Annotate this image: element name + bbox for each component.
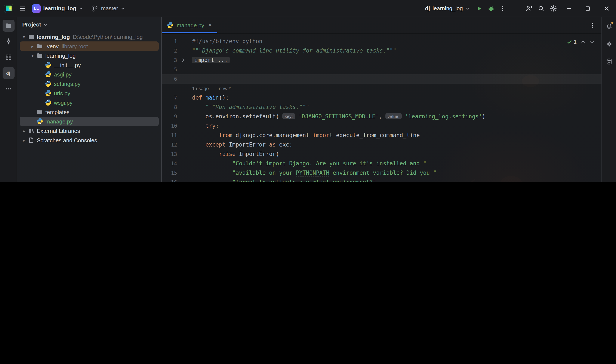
gutter xyxy=(178,37,188,46)
main-menu-button[interactable] xyxy=(17,2,29,14)
debug-button[interactable] xyxy=(485,2,497,14)
code-line[interactable]: 16 "forget to activate a virtual environ… xyxy=(162,178,602,182)
tree-item-settings-py[interactable]: settings.py xyxy=(17,79,161,89)
code-line[interactable]: 8 """Run administrative tasks.""" xyxy=(162,103,602,112)
tree-item-label: urls.py xyxy=(54,90,70,96)
tab-manage-py[interactable]: manage.py ✕ xyxy=(162,17,217,33)
line-number[interactable]: 10 xyxy=(162,121,178,131)
tree-item-urls-py[interactable]: urls.py xyxy=(17,89,161,98)
line-number[interactable]: 12 xyxy=(162,140,178,150)
more-actions-button[interactable] xyxy=(497,2,508,14)
line-number[interactable]: 7 xyxy=(162,93,178,103)
structure-toolwindow-button[interactable] xyxy=(2,51,14,63)
gutter-fold-icon[interactable] xyxy=(178,55,188,65)
tab-close-icon[interactable]: ✕ xyxy=(208,22,212,28)
code-line[interactable]: 9 os.environ.setdefault( key: 'DJANGO_SE… xyxy=(162,112,602,121)
maximize-button[interactable] xyxy=(578,0,597,17)
tree-chevron-collapsed-icon[interactable]: ▸ xyxy=(21,128,27,133)
minimize-button[interactable] xyxy=(560,0,578,17)
hamburger-icon xyxy=(19,5,26,12)
code-line[interactable]: 2"""Django's command-line utility for ad… xyxy=(162,46,602,55)
settings-button[interactable] xyxy=(547,2,560,14)
more-toolwindows-button[interactable] xyxy=(2,83,14,95)
close-button[interactable] xyxy=(597,0,616,17)
code-line[interactable]: 15 "available on your PYTHONPATH environ… xyxy=(162,168,602,178)
tree-item-asgi-py[interactable]: asgi.py xyxy=(17,70,161,79)
line-number[interactable]: 8 xyxy=(162,103,178,112)
code-with-me-button[interactable] xyxy=(523,2,535,14)
project-toolwindow-button[interactable] xyxy=(2,20,14,32)
branch-widget[interactable]: master xyxy=(88,3,128,14)
chevron-down-icon xyxy=(465,6,470,11)
line-number[interactable]: 2 xyxy=(162,46,178,55)
code-line[interactable]: 14 "Couldn't import Django. Are you sure… xyxy=(162,159,602,168)
code-line-content: "forget to activate a virtual environmen… xyxy=(188,178,602,182)
tree-item-wsgi-py[interactable]: wsgi.py xyxy=(17,98,161,107)
code-line[interactable]: 3import ... xyxy=(162,55,602,65)
tree-item-external-libraries[interactable]: ▸External Libraries xyxy=(17,126,161,135)
library-icon xyxy=(27,127,35,134)
project-badge: LL xyxy=(32,4,41,13)
branch-icon xyxy=(92,5,99,12)
code-line-content: from django.core.management import execu… xyxy=(188,131,602,140)
tree-item-label: wsgi.py xyxy=(54,99,72,106)
tree-item-scratches-and-consoles[interactable]: ▸Scratches and Consoles xyxy=(17,135,161,145)
tree-item-learning-log[interactable]: ▾learning_log xyxy=(17,51,161,60)
chevron-down-icon[interactable] xyxy=(589,39,595,44)
line-number[interactable]: 1 xyxy=(162,37,178,46)
django-structure-toolwindow-button[interactable]: dj xyxy=(2,67,14,79)
tree-item-detail: library root xyxy=(62,43,88,49)
code-line[interactable]: 10 try: xyxy=(162,121,602,131)
tree-item-venv[interactable]: ▸.venvlibrary root xyxy=(17,41,161,51)
pycharm-logo-icon xyxy=(4,4,13,13)
line-number[interactable]: 5 xyxy=(162,65,178,74)
chevron-down-icon xyxy=(43,22,47,27)
tree-item-templates[interactable]: templates xyxy=(17,107,161,117)
code-line[interactable]: 12 except ImportError as exc: xyxy=(162,140,602,150)
gutter xyxy=(178,121,188,131)
line-number[interactable]: 9 xyxy=(162,112,178,121)
kebab-icon xyxy=(500,5,506,12)
tree-item-manage-py[interactable]: manage.py xyxy=(17,117,161,126)
bug-icon xyxy=(488,5,494,12)
tree-chevron-collapsed-icon[interactable]: ▸ xyxy=(21,138,27,143)
project-widget[interactable]: LL learning_log xyxy=(29,2,87,15)
code-inlay-line[interactable]: 1 usage new * xyxy=(162,84,602,93)
right-tool-strip xyxy=(602,17,616,182)
code-line[interactable]: 13 raise ImportError( xyxy=(162,150,602,159)
inspections-widget[interactable]: 1 xyxy=(567,39,595,45)
line-number[interactable]: 3 xyxy=(162,55,178,65)
ai-assistant-button[interactable] xyxy=(603,38,615,50)
chevron-up-icon[interactable] xyxy=(580,39,586,44)
tree-chevron-expanded-icon[interactable]: ▾ xyxy=(29,53,36,58)
code-line[interactable]: 11 from django.core.management import ex… xyxy=(162,131,602,140)
code-line[interactable]: 6 xyxy=(162,74,602,84)
inspections-count: 1 xyxy=(574,39,577,45)
tree-item-learning-log[interactable]: ▾learning_logD:\code\Python\learning_log xyxy=(17,32,161,41)
project-panel-header[interactable]: Project xyxy=(17,17,161,31)
line-number[interactable]: 13 xyxy=(162,150,178,159)
notifications-button[interactable] xyxy=(603,21,615,32)
commit-toolwindow-button[interactable] xyxy=(2,36,14,47)
gear-icon xyxy=(550,5,557,12)
search-everywhere-button[interactable] xyxy=(535,2,547,14)
run-button[interactable] xyxy=(473,2,485,14)
line-number[interactable]: 11 xyxy=(162,131,178,140)
line-number[interactable]: 14 xyxy=(162,159,178,168)
line-number[interactable]: 6 xyxy=(162,74,178,84)
line-number[interactable]: 15 xyxy=(162,168,178,178)
code-editor[interactable]: 1 1#!/usr/bin/env python2"""Django's com… xyxy=(162,34,602,182)
tab-options-button[interactable] xyxy=(587,17,598,33)
code-line[interactable]: 5 xyxy=(162,65,602,74)
gutter xyxy=(178,65,188,74)
line-number[interactable]: 16 xyxy=(162,178,178,182)
left-tool-strip: dj xyxy=(0,17,17,182)
database-toolwindow-button[interactable] xyxy=(603,55,615,67)
tree-chevron-expanded-icon[interactable]: ▾ xyxy=(21,34,27,39)
code-line[interactable]: 1#!/usr/bin/env python xyxy=(162,37,602,46)
code-line[interactable]: 7def main(): xyxy=(162,93,602,103)
tree-item-init-py[interactable]: __init__.py xyxy=(17,60,161,70)
tree-chevron-collapsed-icon[interactable]: ▸ xyxy=(29,44,36,49)
run-config-widget[interactable]: dj learning_log xyxy=(422,3,473,14)
django-icon: dj xyxy=(6,71,11,75)
